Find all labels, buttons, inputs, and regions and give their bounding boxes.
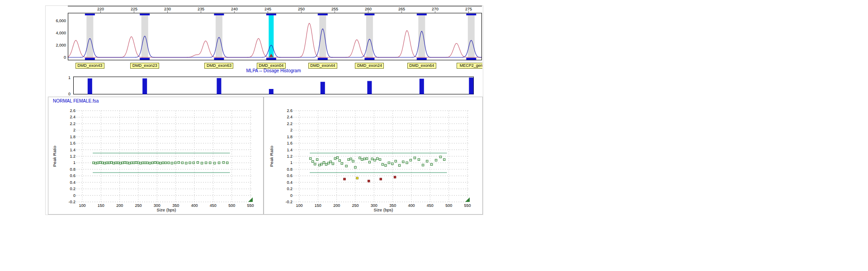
normal-ratio-point[interactable] xyxy=(113,162,114,164)
normal-ratio-point[interactable] xyxy=(218,162,220,164)
patient-ratio-normal-point[interactable] xyxy=(330,161,331,163)
dosage-bar[interactable] xyxy=(269,89,274,94)
bin-band[interactable] xyxy=(468,14,475,60)
patient-ratio-normal-point[interactable] xyxy=(310,158,311,159)
patient-ratio-normal-point[interactable] xyxy=(414,157,415,159)
patient-ratio-normal-point[interactable] xyxy=(374,159,376,161)
normal-ratio-point[interactable] xyxy=(181,162,183,164)
normal-ratio-point[interactable] xyxy=(126,162,128,164)
patient-ratio-normal-point[interactable] xyxy=(339,159,340,161)
electropherogram-chart[interactable]: 220225230235240245250255260265270275 xyxy=(68,5,482,62)
normal-ratio-point[interactable] xyxy=(104,162,105,164)
patient-ratio-normal-point[interactable] xyxy=(350,158,352,160)
patient-ratio-normal-point[interactable] xyxy=(348,159,349,160)
normal-ratio-point[interactable] xyxy=(160,162,161,164)
normal-ratio-point[interactable] xyxy=(99,162,101,164)
dosage-bar[interactable] xyxy=(420,79,424,94)
resize-grip[interactable] xyxy=(248,197,253,202)
ratio-plot-right[interactable]: 2.62.42.221.81.61.41.210.80.60.40.20-0.2… xyxy=(264,97,482,214)
bin-band[interactable] xyxy=(86,14,93,60)
patient-ratio-normal-point[interactable] xyxy=(377,158,378,159)
patient-ratio-normal-point[interactable] xyxy=(352,160,354,162)
normal-ratio-point[interactable] xyxy=(93,162,94,164)
patient-ratio-normal-point[interactable] xyxy=(379,159,381,160)
normal-ratio-point[interactable] xyxy=(149,162,151,164)
patient-ratio-deleted-point[interactable] xyxy=(368,180,370,182)
patient-ratio-normal-point[interactable] xyxy=(402,161,404,163)
patient-ratio-normal-point[interactable] xyxy=(345,165,347,167)
normal-ratio-point[interactable] xyxy=(197,162,198,164)
normal-ratio-point[interactable] xyxy=(201,162,203,164)
normal-ratio-point[interactable] xyxy=(189,162,191,164)
normal-ratio-point[interactable] xyxy=(133,162,135,164)
normal-ratio-point[interactable] xyxy=(226,162,228,164)
normal-ratio-point[interactable] xyxy=(128,162,130,164)
patient-ratio-deleted-point[interactable] xyxy=(344,178,345,180)
bin-band[interactable] xyxy=(366,14,373,60)
normal-ratio-point[interactable] xyxy=(110,162,112,164)
dosage-bar[interactable] xyxy=(88,79,92,94)
patient-ratio-normal-point[interactable] xyxy=(341,163,343,164)
patient-ratio-normal-point[interactable] xyxy=(398,164,400,166)
patient-ratio-normal-point[interactable] xyxy=(439,156,441,158)
patient-ratio-normal-point[interactable] xyxy=(418,159,420,160)
patient-ratio-normal-point[interactable] xyxy=(327,162,329,164)
patient-ratio-deleted-point[interactable] xyxy=(380,178,382,180)
patient-ratio-normal-point[interactable] xyxy=(354,166,356,168)
normal-ratio-point[interactable] xyxy=(140,162,142,164)
dosage-bar[interactable] xyxy=(217,78,221,94)
normal-ratio-point[interactable] xyxy=(119,162,121,164)
normal-ratio-point[interactable] xyxy=(154,162,156,164)
patient-ratio-normal-point[interactable] xyxy=(366,158,368,159)
normal-ratio-point[interactable] xyxy=(162,162,164,164)
patient-ratio-normal-point[interactable] xyxy=(422,164,424,166)
patient-ratio-normal-point[interactable] xyxy=(363,158,365,160)
normal-ratio-point[interactable] xyxy=(168,162,170,164)
patient-ratio-normal-point[interactable] xyxy=(395,160,396,162)
normal-ratio-point[interactable] xyxy=(171,162,173,164)
selected-bin-highlight[interactable] xyxy=(269,14,274,60)
patient-ratio-normal-point[interactable] xyxy=(430,164,432,165)
dosage-bar[interactable] xyxy=(367,81,372,94)
normal-ratio-point[interactable] xyxy=(97,162,99,164)
normal-ratio-point[interactable] xyxy=(117,162,119,164)
normal-ratio-point[interactable] xyxy=(122,162,123,164)
patient-ratio-normal-point[interactable] xyxy=(388,162,390,164)
normal-ratio-point[interactable] xyxy=(193,162,194,164)
normal-ratio-point[interactable] xyxy=(213,162,215,164)
patient-ratio-normal-point[interactable] xyxy=(316,159,318,160)
patient-ratio-normal-point[interactable] xyxy=(334,158,336,159)
patient-ratio-normal-point[interactable] xyxy=(318,164,320,166)
patient-ratio-normal-point[interactable] xyxy=(426,160,428,162)
normal-ratio-point[interactable] xyxy=(101,162,103,164)
dosage-bar[interactable] xyxy=(469,78,473,94)
normal-ratio-point[interactable] xyxy=(106,162,108,164)
normal-ratio-point[interactable] xyxy=(115,162,117,164)
patient-ratio-warning-point[interactable] xyxy=(356,177,358,179)
patient-ratio-normal-point[interactable] xyxy=(321,163,322,165)
patient-ratio-normal-point[interactable] xyxy=(435,159,437,161)
patient-ratio-normal-point[interactable] xyxy=(323,162,325,164)
normal-ratio-point[interactable] xyxy=(108,162,110,164)
normal-ratio-point[interactable] xyxy=(137,162,139,164)
normal-ratio-point[interactable] xyxy=(135,162,137,164)
dosage-bar[interactable] xyxy=(321,82,325,94)
normal-ratio-point[interactable] xyxy=(124,162,126,164)
patient-ratio-normal-point[interactable] xyxy=(336,157,338,159)
normal-ratio-point[interactable] xyxy=(157,162,159,164)
normal-ratio-point[interactable] xyxy=(142,162,144,164)
normal-ratio-point[interactable] xyxy=(222,162,224,164)
normal-ratio-point[interactable] xyxy=(185,162,187,164)
normal-ratio-point[interactable] xyxy=(95,162,97,164)
normal-ratio-point[interactable] xyxy=(151,162,153,164)
normal-ratio-point[interactable] xyxy=(146,162,148,164)
patient-ratio-normal-point[interactable] xyxy=(406,162,408,164)
ratio-plot-left[interactable]: 2.62.42.221.81.61.41.210.80.60.40.20-0.2… xyxy=(48,97,263,214)
normal-ratio-point[interactable] xyxy=(178,162,179,164)
patient-ratio-normal-point[interactable] xyxy=(359,157,361,159)
normal-ratio-point[interactable] xyxy=(165,162,166,164)
patient-ratio-normal-point[interactable] xyxy=(382,164,383,165)
patient-ratio-normal-point[interactable] xyxy=(332,163,334,164)
resize-grip[interactable] xyxy=(465,197,470,202)
normal-ratio-point[interactable] xyxy=(209,162,211,164)
